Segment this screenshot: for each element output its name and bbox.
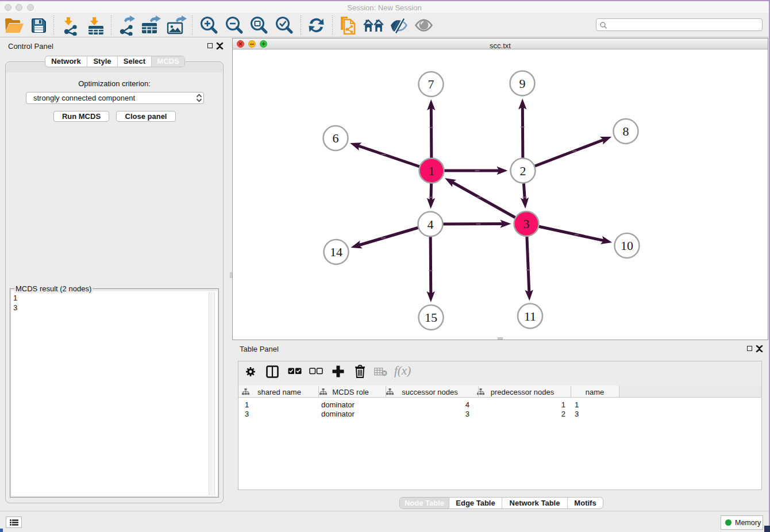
- svg-text:4: 4: [428, 217, 434, 232]
- svg-text:9: 9: [519, 76, 526, 91]
- svg-text:14: 14: [330, 245, 342, 259]
- svg-text:10: 10: [621, 238, 633, 253]
- svg-text:7: 7: [428, 77, 434, 91]
- svg-text:11: 11: [524, 309, 536, 323]
- svg-text:3: 3: [523, 217, 530, 231]
- svg-text:2: 2: [520, 164, 526, 178]
- svg-text:6: 6: [333, 131, 339, 145]
- svg-text:1: 1: [429, 164, 435, 178]
- svg-text:15: 15: [425, 310, 437, 325]
- svg-text:8: 8: [623, 124, 629, 138]
